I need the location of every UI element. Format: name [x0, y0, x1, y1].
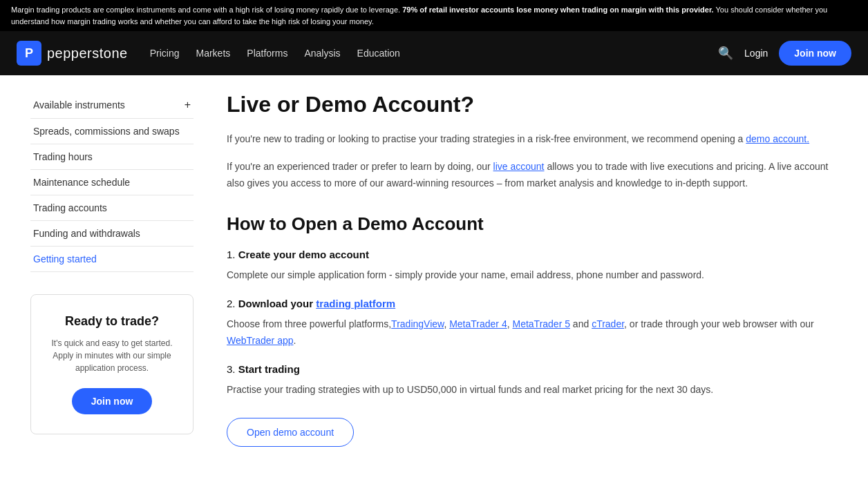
step-1-label: Create your demo account	[238, 249, 369, 260]
navbar: P pepperstone Pricing Markets Platforms …	[0, 31, 868, 75]
step-2-text-before: Choose from three powerful platforms,	[227, 318, 391, 329]
step-1-desc: Complete our simple application form - s…	[227, 267, 838, 284]
warning-banner: Margin trading products are complex inst…	[0, 0, 868, 31]
sidebar-item-maintenance-schedule[interactable]: Maintenance schedule	[30, 170, 194, 195]
logo[interactable]: P pepperstone	[17, 41, 128, 66]
sidebar-item-getting-started[interactable]: Getting started	[30, 247, 194, 272]
sidebar-card-title: Ready to trade?	[45, 314, 179, 329]
nav-links: Pricing Markets Platforms Analysis Educa…	[150, 48, 400, 59]
sidebar-card-desc: It's quick and easy to get started. Appl…	[45, 337, 179, 374]
sidebar-item-funding-withdrawals[interactable]: Funding and withdrawals	[30, 221, 194, 247]
step-3-title: 3. Start trading	[227, 363, 838, 375]
step-2-end: .	[294, 335, 296, 346]
step-2-desc: Choose from three powerful platforms,Tra…	[227, 316, 838, 349]
webtrader-link[interactable]: WebTrader app	[227, 335, 294, 346]
trading-platform-link[interactable]: trading platform	[316, 298, 395, 309]
step-3-number: 3.	[227, 363, 236, 375]
main-content: Live or Demo Account? If you're new to t…	[210, 92, 838, 447]
sidebar-item-label-trading-hours: Trading hours	[33, 151, 93, 162]
page-layout: Available instruments + Spreads, commiss…	[19, 75, 849, 463]
live-account-link[interactable]: live account	[493, 161, 545, 172]
sidebar-card: Ready to trade? It's quick and easy to g…	[30, 294, 194, 434]
warning-bold: 79% of retail investor accounts lose mon…	[402, 6, 713, 14]
search-icon[interactable]: 🔍	[718, 46, 733, 61]
sidebar-item-label-getting-started: Getting started	[33, 253, 97, 264]
step-1-number: 1.	[227, 249, 236, 260]
intro-paragraph-1: If you're new to trading or looking to p…	[227, 131, 838, 148]
metatrader4-link[interactable]: MetaTrader 4	[449, 318, 507, 329]
step-1-title: 1. Create your demo account	[227, 249, 838, 260]
sidebar-item-label-available-instruments: Available instruments	[33, 99, 125, 110]
login-button[interactable]: Login	[744, 48, 768, 59]
step-2-number: 2.	[227, 298, 236, 309]
metatrader5-link[interactable]: MetaTrader 5	[512, 318, 570, 329]
ctrader-link[interactable]: cTrader	[592, 318, 624, 329]
page-title: Live or Demo Account?	[227, 92, 838, 117]
step-2-text-after: , or trade through your web browser with…	[624, 318, 814, 329]
logo-icon: P	[17, 41, 41, 66]
sidebar-plus-icon: +	[185, 99, 191, 111]
nav-pricing[interactable]: Pricing	[150, 48, 180, 59]
navbar-left: P pepperstone Pricing Markets Platforms …	[17, 41, 400, 66]
sidebar-item-label-trading-accounts: Trading accounts	[33, 202, 107, 213]
intro2-text-before: If you're an experienced trader or prefe…	[227, 161, 493, 172]
sidebar-item-available-instruments[interactable]: Available instruments +	[30, 92, 194, 119]
sidebar-item-trading-accounts[interactable]: Trading accounts	[30, 195, 194, 221]
step-2-title: 2. Download your trading platform	[227, 298, 838, 309]
nav-platforms[interactable]: Platforms	[247, 48, 287, 59]
tradingview-link[interactable]: TradingView	[391, 318, 444, 329]
nav-right: 🔍 Login Join now	[718, 41, 851, 66]
demo-account-link[interactable]: demo account.	[746, 133, 809, 144]
step-2-label: Download your trading platform	[238, 298, 396, 309]
sidebar-item-spreads[interactable]: Spreads, commissions and swaps	[30, 119, 194, 144]
sidebar-item-trading-hours[interactable]: Trading hours	[30, 144, 194, 170]
sidebar-item-label-maintenance-schedule: Maintenance schedule	[33, 177, 130, 188]
step-3-label: Start trading	[238, 363, 300, 375]
warning-text-1: Margin trading products are complex inst…	[11, 6, 402, 14]
sidebar-card-join-button[interactable]: Join now	[72, 388, 153, 414]
sidebar: Available instruments + Spreads, commiss…	[30, 92, 210, 447]
join-now-button[interactable]: Join now	[779, 41, 851, 66]
nav-markets[interactable]: Markets	[196, 48, 231, 59]
open-demo-account-button[interactable]: Open demo account	[227, 418, 354, 447]
logo-text: pepperstone	[47, 46, 128, 61]
step-3-desc: Practise your trading strategies with up…	[227, 382, 838, 398]
step-2-and: and	[570, 318, 592, 329]
intro-paragraph-2: If you're an experienced trader or prefe…	[227, 159, 838, 192]
section-title-demo: How to Open a Demo Account	[227, 213, 838, 235]
nav-analysis[interactable]: Analysis	[304, 48, 340, 59]
nav-education[interactable]: Education	[357, 48, 400, 59]
intro1-text-before: If you're new to trading or looking to p…	[227, 133, 746, 144]
sidebar-item-label-spreads: Spreads, commissions and swaps	[33, 126, 180, 137]
sidebar-item-label-funding-withdrawals: Funding and withdrawals	[33, 228, 140, 239]
